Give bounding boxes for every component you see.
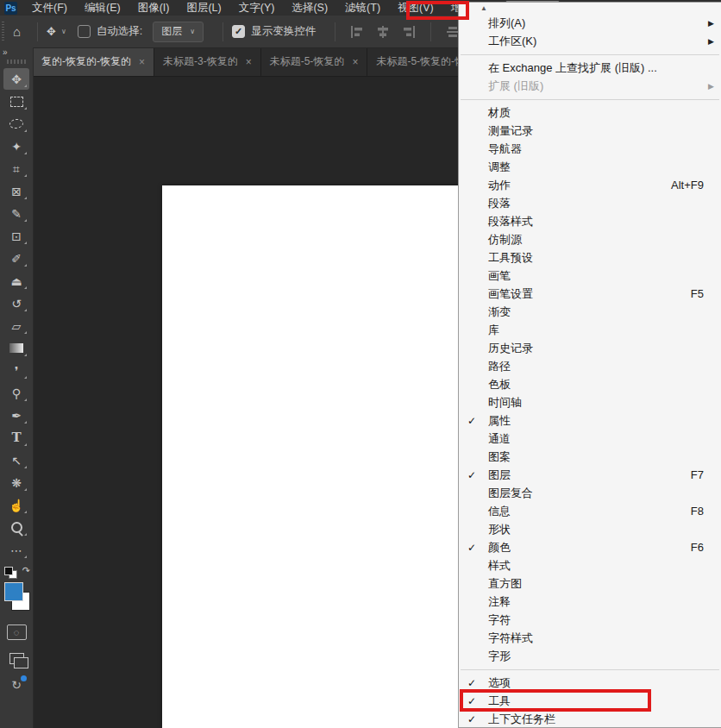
align-horizontal-centers-icon[interactable] [376,26,390,38]
sync-icon: ↻ [11,678,22,692]
menubar-item[interactable]: 编辑(E) [76,0,129,16]
window-menu-item[interactable]: 时间轴 [459,393,721,411]
document-tab[interactable]: 未标题-5-恢复的 × [261,47,368,76]
window-menu-item[interactable]: 材质 [459,104,721,122]
close-icon[interactable]: × [139,56,145,68]
custom-shape-tool-button[interactable]: ❋ [3,472,29,493]
history-brush-tool-button[interactable]: ↺ [3,292,29,314]
hand-tool-button[interactable]: ☝ [3,494,29,516]
window-menu-item[interactable]: 信息 F8 [459,502,721,520]
frame-tool-button[interactable]: ⊠ [3,180,29,202]
edit-toolbar-button[interactable]: ⋯ [3,539,29,561]
window-menu-item[interactable]: 工具预设 [459,248,721,267]
align-right-edges-icon[interactable] [402,26,416,38]
move-tool-icon: ✥ [11,73,22,85]
menubar-item[interactable]: 文件(F) [23,0,76,16]
window-menu-item[interactable]: 在 Exchange 上查找扩展 (旧版) ... [459,59,721,77]
tools-panel-collapse-icon[interactable]: » [0,47,33,57]
window-menu-item[interactable]: 注释 [459,593,721,611]
window-menu-item[interactable]: 渐变 [459,303,721,321]
window-menu-item[interactable]: 测量记录 [459,122,721,140]
type-tool-button[interactable]: T [3,427,29,449]
window-menu-item[interactable]: ✓ 颜色 F6 [459,538,721,556]
window-menu-item[interactable]: 画笔 [459,267,721,285]
document-tab[interactable]: 复的-恢复的-恢复的 × [33,47,154,76]
window-menu-item[interactable]: 段落样式 [459,212,721,230]
menubar-item[interactable]: 滤镜(T) [336,0,389,16]
crop-tool-button[interactable]: ⌗ [3,158,29,179]
close-icon[interactable]: × [246,56,252,68]
window-menu-item[interactable]: ✓ 工具 [459,692,721,710]
window-menu-item[interactable]: 形状 [459,520,721,538]
window-menu-item[interactable] [459,665,721,674]
window-menu-item[interactable]: 调整 [459,158,721,176]
blur-tool-button[interactable]: ❜ [3,360,29,381]
window-menu-item[interactable]: ✓ 图层 F7 [459,466,721,484]
window-menu-item[interactable]: 动作 Alt+F9 [459,176,721,194]
lasso-tool-button[interactable] [3,113,29,135]
window-menu-item[interactable]: 通道 [459,430,721,448]
window-menu-item[interactable]: 字形 [459,647,721,665]
clone-stamp-tool-button[interactable]: ⏏ [3,270,29,292]
tools-panel-grip[interactable] [7,60,26,64]
auto-select-target-dropdown[interactable]: 图层 ∨ [153,22,204,42]
window-menu-item[interactable] [459,50,721,59]
window-menu-item[interactable]: 字符 [459,611,721,629]
window-menu-item[interactable]: 图案 [459,448,721,466]
window-menu-item[interactable]: 画笔设置 F5 [459,285,721,303]
window-menu-item[interactable]: 工作区(K) ▶ [459,32,721,50]
menubar-item[interactable]: 图层(L) [178,0,229,16]
rectangular-marquee-tool-button[interactable] [3,91,29,112]
menu-scroll-up-arrow[interactable]: ▲ [459,3,721,14]
menubar-item[interactable]: 视图(V) [389,0,442,16]
swap-colors-icon[interactable]: ↷ [22,565,30,576]
zoom-tool-button[interactable] [3,517,29,538]
document-tab[interactable]: 未标题-3-恢复的 × [154,47,261,76]
window-menu-item[interactable]: 段落 [459,194,721,212]
move-tool-preset-icon[interactable]: ✥ [47,25,56,38]
window-menu-item[interactable]: 样式 [459,556,721,574]
screen-mode-button[interactable] [9,653,24,664]
auto-select-checkbox[interactable] [78,25,91,38]
window-menu-item[interactable]: 路径 [459,357,721,375]
pen-tool-button[interactable]: ✒ [3,405,29,426]
move-tool-button[interactable]: ✥ [3,68,29,90]
window-menu-item[interactable]: ✓ 属性 [459,411,721,430]
path-selection-tool-button[interactable]: ↖ [3,449,29,471]
chevron-down-icon[interactable]: ∨ [61,28,66,35]
gradient-tool-button[interactable] [3,337,29,359]
spot-healing-brush-tool-button[interactable]: ⊡ [3,225,29,247]
window-menu-item[interactable]: ✓ 选项 [459,674,721,692]
quick-mask-mode-button[interactable]: ◌ [7,624,27,640]
foreground-color-swatch[interactable] [4,582,23,601]
eraser-tool-button[interactable]: ▱ [3,315,29,336]
window-menu-item[interactable] [459,95,721,104]
brush-tool-button[interactable]: ✐ [3,248,29,269]
window-menu-item[interactable]: 字符样式 [459,629,721,647]
window-menu-item[interactable]: 历史记录 [459,339,721,357]
window-menu-item[interactable]: 排列(A) ▶ [459,14,721,32]
menubar-item[interactable]: 选择(S) [283,0,336,16]
align-left-edges-icon[interactable] [350,26,364,38]
eyedropper-tool-button[interactable]: ✎ [3,203,29,224]
menubar-item[interactable]: 图像(I) [129,0,179,16]
object-selection-tool-button[interactable]: ✦ [3,135,29,157]
dodge-tool-button[interactable]: ⚲ [3,382,29,404]
menubar-item[interactable]: 文字(Y) [230,0,284,16]
default-colors-control[interactable]: ↷ [2,567,31,578]
window-menu-item[interactable]: 色板 [459,375,721,393]
window-menu-item[interactable]: 直方图 [459,574,721,593]
window-menu-item[interactable]: 扩展 (旧版) ▶ [459,77,721,95]
home-icon[interactable]: ⌂ [13,24,21,39]
window-menu-item[interactable]: 导航器 [459,140,721,158]
sync-update-button[interactable]: ↻ [8,678,25,692]
history-brush-tool-icon: ↺ [11,298,22,310]
options-bar-grip[interactable] [2,22,4,42]
window-menu-item[interactable]: 仿制源 [459,230,721,248]
blur-tool-icon: ❜ [15,365,19,377]
show-transform-checkbox[interactable]: ✓ [232,25,245,38]
window-menu-item[interactable]: 库 [459,321,721,339]
window-menu-item[interactable]: ✓ 上下文任务栏 [459,710,721,728]
window-menu-item[interactable]: 图层复合 [459,484,721,502]
close-icon[interactable]: × [352,56,358,68]
